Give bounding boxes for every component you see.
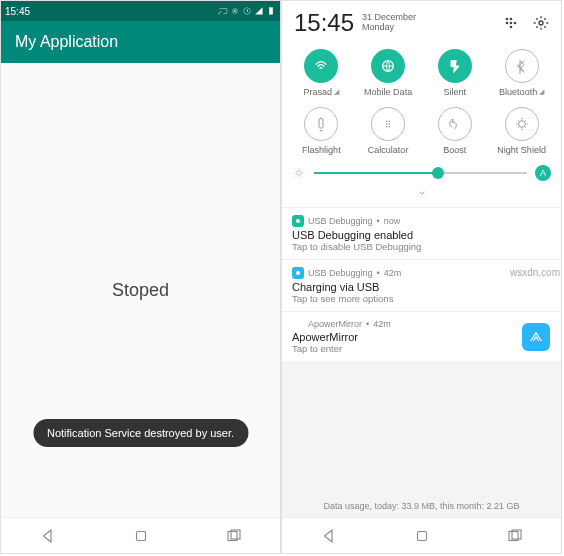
toast: Notification Service destroyed by user.	[33, 419, 248, 447]
qs-time: 15:45	[294, 9, 354, 37]
qs-date-day: 31 December	[362, 12, 416, 22]
home-button[interactable]	[413, 527, 431, 545]
qs-tile-silent[interactable]: Silent	[422, 45, 489, 103]
svg-rect-3	[269, 8, 272, 15]
notif-title: ApowerMirror	[292, 331, 521, 343]
tile-label: Night Shield	[497, 145, 546, 155]
watermark: wsxdn.com	[510, 267, 560, 278]
phone-left: 15:45 My Application Stoped Notification…	[0, 0, 281, 554]
notification-item[interactable]: USB Debugging•now USB Debugging enabled …	[282, 207, 561, 259]
notif-title: Charging via USB	[292, 281, 551, 293]
svg-point-1	[234, 10, 236, 12]
qs-tiles-grid: Prasad ◢ Mobile Data Silent Bluetooth ◢ …	[282, 41, 561, 161]
back-button[interactable]	[320, 527, 338, 545]
toast-text: Notification Service destroyed by user.	[47, 427, 234, 439]
svg-point-10	[510, 22, 511, 23]
qs-tile-prasad[interactable]: Prasad ◢	[288, 45, 355, 103]
svg-point-9	[506, 22, 507, 23]
svg-point-16	[518, 121, 525, 128]
battery-icon	[266, 6, 276, 16]
svg-point-8	[510, 18, 511, 19]
settings-icon[interactable]	[533, 15, 549, 31]
app-body: Stoped Notification Service destroyed by…	[1, 63, 280, 517]
body-text: Stoped	[112, 280, 169, 301]
nav-bar	[282, 517, 561, 553]
tile-label: Silent	[444, 87, 467, 97]
clock-icon	[242, 6, 252, 16]
recent-button[interactable]	[225, 527, 243, 545]
qs-date: 31 December Monday	[362, 13, 416, 33]
status-bar: 15:45	[1, 1, 280, 21]
notif-time: 42m	[373, 319, 391, 329]
expand-chevron[interactable]	[282, 185, 561, 207]
tile-label: Mobile Data	[364, 87, 412, 97]
notif-sub: Tap to see more options	[292, 293, 551, 304]
tile-icon	[380, 116, 396, 132]
cast-icon	[218, 6, 228, 16]
brightness-low-icon	[292, 166, 306, 180]
app-bar: My Application	[1, 21, 280, 63]
qs-header: 15:45 31 December Monday	[282, 1, 561, 41]
signal-icon	[254, 6, 264, 16]
svg-rect-4	[136, 531, 145, 540]
tile-icon	[514, 116, 530, 132]
svg-rect-15	[319, 119, 323, 128]
back-button[interactable]	[39, 527, 57, 545]
home-button[interactable]	[132, 527, 150, 545]
recent-button[interactable]	[506, 527, 524, 545]
notif-sub: Tap to disable USB Debugging	[292, 241, 551, 252]
svg-point-7	[506, 18, 507, 19]
notif-app-icon	[292, 267, 304, 279]
data-usage-text: Data usage, today: 33.9 MB, this month: …	[282, 495, 561, 517]
app-title: My Application	[15, 33, 118, 51]
tile-label: Flashlight	[302, 145, 341, 155]
tile-label: Prasad ◢	[304, 87, 340, 97]
brightness-slider[interactable]	[314, 172, 527, 174]
tile-icon	[447, 58, 463, 74]
qs-date-weekday: Monday	[362, 22, 394, 32]
qs-tile-flashlight[interactable]: Flashlight	[288, 103, 355, 161]
svg-point-17	[297, 171, 302, 176]
tile-icon	[380, 58, 396, 74]
notif-app: ApowerMirror	[308, 319, 362, 329]
svg-point-11	[514, 22, 515, 23]
qs-tile-bluetooth[interactable]: Bluetooth ◢	[488, 45, 555, 103]
edit-tiles-icon[interactable]	[503, 15, 519, 31]
qs-tile-boost[interactable]: Boost	[422, 103, 489, 161]
brightness-row: A	[282, 161, 561, 185]
svg-rect-20	[417, 531, 426, 540]
svg-point-19	[296, 271, 300, 275]
nav-bar	[1, 517, 280, 553]
notif-app: USB Debugging	[308, 216, 373, 226]
tile-icon	[447, 116, 463, 132]
svg-point-13	[539, 21, 543, 25]
tile-icon	[313, 116, 329, 132]
tile-icon	[313, 58, 329, 74]
tile-label: Bluetooth ◢	[499, 87, 544, 97]
notif-time: now	[384, 216, 401, 226]
tile-label: Boost	[443, 145, 466, 155]
apowermirror-icon	[522, 323, 550, 351]
statusbar-time: 15:45	[5, 6, 30, 17]
notif-title: USB Debugging enabled	[292, 229, 551, 241]
tile-icon	[514, 58, 530, 74]
notif-sub: Tap to enter	[292, 343, 521, 354]
notif-app: USB Debugging	[308, 268, 373, 278]
location-icon	[230, 6, 240, 16]
qs-tile-calculator[interactable]: Calculator	[355, 103, 422, 161]
svg-point-12	[510, 26, 511, 27]
statusbar-icons	[218, 6, 276, 16]
qs-tile-mobile data[interactable]: Mobile Data	[355, 45, 422, 103]
qs-tile-night shield[interactable]: Night Shield	[488, 103, 555, 161]
notif-app-icon	[292, 215, 304, 227]
brightness-auto-toggle[interactable]: A	[535, 165, 551, 181]
notification-list: USB Debugging•now USB Debugging enabled …	[282, 207, 561, 361]
svg-point-18	[296, 219, 300, 223]
notif-time: 42m	[384, 268, 402, 278]
tile-label: Calculator	[368, 145, 409, 155]
notification-item[interactable]: ApowerMirror•42m ApowerMirror Tap to ent…	[282, 311, 561, 361]
